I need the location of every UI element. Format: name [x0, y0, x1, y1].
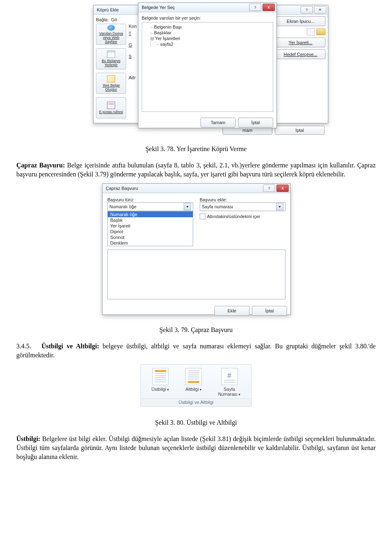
crossref-title: Çapraz Başvuru	[106, 186, 138, 191]
header-icon	[152, 368, 169, 385]
screentip-button[interactable]: Ekran İpucu...	[276, 16, 325, 26]
document-icon	[107, 51, 115, 58]
lookin-label: Kon	[129, 24, 137, 29]
footer-button[interactable]: Altbilgi	[185, 368, 202, 397]
figure-caption-78: Şekil 3. 78. Yer İşaretine Köprü Verme	[16, 145, 376, 153]
tree-headings[interactable]: Başlıklar	[150, 30, 270, 36]
page-number-icon	[221, 368, 238, 385]
insert-ref-combo[interactable]: Sayfa numarası ▼	[200, 202, 285, 211]
target-frame-button[interactable]: Hedef Çerçeve...	[276, 49, 325, 59]
crossref-target-list[interactable]	[107, 250, 285, 299]
link-place-in-doc[interactable]: Bu Belgeye Yerleştir	[96, 48, 126, 69]
help-icon[interactable]: ?	[263, 185, 275, 192]
insert-button[interactable]: Ekle	[214, 306, 249, 316]
footer-icon	[185, 368, 202, 385]
tree-bookmarks[interactable]: Yer İşaretleri sayfa2	[150, 36, 270, 47]
figure-3-78: Köprü Ekle Bağla: Gö Varolan Dosya veya …	[16, 2, 376, 133]
list-item[interactable]: Yer İşareti	[108, 223, 193, 229]
paragraph-header: Üstbilgi: Belgelere üst bilgi ekler. Üst…	[16, 435, 376, 461]
chevron-down-icon: ▼	[184, 203, 191, 210]
list-item[interactable]: Denklem	[108, 240, 193, 246]
cancel-button[interactable]: İptal	[252, 306, 287, 316]
hyperlink-dialog-title: Köprü Ekle	[97, 7, 119, 12]
link-existing-file[interactable]: Varolan Dosya veya Web Sayfası	[96, 24, 126, 45]
include-above-below-checkbox[interactable]: Altındakini/üstündekini içer	[200, 214, 285, 219]
link-email[interactable]: E-posta Adresi	[96, 97, 126, 118]
figure-caption-79: Şekil 3. 79. Çapraz Başvuru	[16, 326, 376, 334]
cancel-button[interactable]: İptal	[238, 118, 273, 127]
figure-3-79: Çapraz Başvuru ? X Başvuru türü: Numaral…	[102, 183, 290, 314]
list-item[interactable]: Numaralı öğe	[108, 212, 193, 217]
place-prompt: Belgede varolan bir yer seçin:	[142, 16, 273, 20]
link-new-document[interactable]: Yeni Belge Oluştur	[96, 73, 126, 94]
list-item[interactable]: Başlık	[108, 217, 193, 223]
close-icon[interactable]: ✕	[314, 6, 326, 13]
chevron-down-icon: ▼	[276, 203, 283, 210]
cancel-button[interactable]: İptal	[275, 126, 325, 135]
header-button[interactable]: Üstbilgi	[151, 368, 169, 397]
ok-button[interactable]: Tamam	[200, 118, 236, 127]
ribbon-group-label: Üstbilgi ve Altbilgi	[141, 399, 251, 406]
place-tree[interactable]: Belgenin Başı Başlıklar Yer İşaretleri s…	[142, 22, 273, 112]
tree-bookmark-sayfa2[interactable]: sayfa2	[156, 41, 270, 47]
paragraph-crossref: Çapraz Başvuru: Belge içerisinde atıfta …	[16, 161, 376, 178]
lookin-combo-slice[interactable]	[307, 28, 315, 36]
help-icon[interactable]: ?	[301, 6, 313, 13]
close-icon[interactable]: X	[276, 185, 289, 192]
ref-type-combo[interactable]: Numaralı öğe ▼	[107, 202, 193, 211]
close-icon[interactable]: X	[263, 4, 275, 11]
figure-3-80-ribbon-group: Üstbilgi Altbilgi SayfaNumarası Üstbilgi…	[140, 364, 252, 407]
bookmark-button[interactable]: Yer İşareti...	[276, 38, 325, 47]
page-number-button[interactable]: SayfaNumarası	[218, 368, 241, 397]
ref-type-list[interactable]: Numaralı öğe Başlık Yer İşareti Dipnot S…	[107, 211, 193, 246]
figure-caption-80: Şekil 3. 80. Üstbilgi ve Altbilgi	[16, 419, 376, 426]
tree-top-of-doc[interactable]: Belgenin Başı	[150, 24, 270, 30]
list-item[interactable]: Dipnot	[108, 229, 193, 234]
display-label: Gö	[111, 17, 117, 22]
new-doc-icon	[107, 75, 115, 82]
globe-icon	[107, 25, 115, 31]
mail-icon	[107, 102, 115, 109]
checkbox-icon	[200, 214, 205, 219]
insert-ref-label: Başvuru ekle:	[200, 197, 285, 202]
section-3-4-5: 3.4.5. Üstbilgi ve Altbilgi: belgeye üst…	[16, 342, 376, 359]
help-icon[interactable]: ?	[249, 4, 261, 11]
folder-open-icon[interactable]	[316, 29, 325, 35]
place-in-document-dialog: Belgede Yer Seç ? X Belgede varolan bir …	[138, 2, 277, 128]
ref-type-label: Başvuru türü:	[107, 197, 193, 202]
list-item[interactable]: Sonnot	[108, 234, 193, 240]
hyperlink-right-slice: ? ✕ Ekran İpucu... Yer İşareti... Hedef …	[274, 5, 328, 123]
link-to-label: Bağla:	[96, 17, 109, 22]
place-dialog-title: Belgede Yer Seç	[142, 5, 175, 10]
